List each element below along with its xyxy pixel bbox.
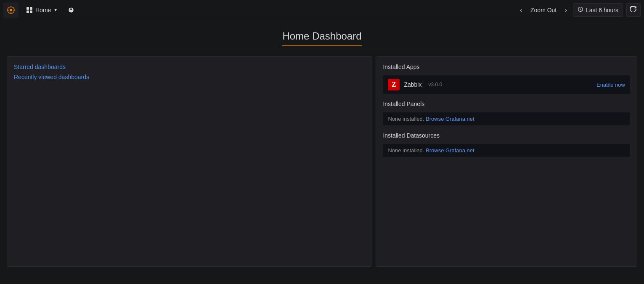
zoom-out-button[interactable]: Zoom Out bbox=[528, 5, 559, 15]
svg-rect-8 bbox=[30, 7, 32, 10]
chevron-left-icon: ‹ bbox=[520, 7, 522, 13]
svg-rect-9 bbox=[27, 11, 29, 13]
home-grid-icon bbox=[26, 7, 33, 13]
grafana-logo[interactable] bbox=[3, 3, 19, 18]
zabbix-name: Zabbix bbox=[404, 81, 421, 88]
refresh-icon bbox=[630, 6, 637, 14]
svg-rect-10 bbox=[30, 11, 32, 13]
enable-now-link[interactable]: Enable now bbox=[596, 82, 625, 88]
zabbix-app-info: Z Zabbix v3.0.0 bbox=[388, 79, 442, 90]
gear-icon bbox=[68, 6, 74, 14]
page-title-section: Home Dashboard bbox=[7, 30, 637, 46]
recently-viewed-link[interactable]: Recently viewed dashboards bbox=[14, 74, 365, 80]
zabbix-logo: Z bbox=[388, 79, 400, 90]
panels-none-row: None installed. Browse Grafana.net bbox=[383, 112, 630, 125]
installed-panels-title: Installed Panels bbox=[383, 101, 630, 107]
topnav-left: Home ▼ bbox=[3, 3, 79, 18]
installed-datasources-section: Installed Datasources None installed. Br… bbox=[383, 132, 630, 157]
datasources-none-text: None installed. bbox=[388, 147, 424, 154]
top-navigation: Home ▼ ‹ Zoom Out › bbox=[0, 0, 644, 20]
columns-container: Starred dashboards Recently viewed dashb… bbox=[7, 56, 637, 267]
installed-apps-title: Installed Apps bbox=[383, 64, 630, 70]
svg-point-2 bbox=[10, 9, 12, 11]
svg-rect-7 bbox=[27, 7, 29, 10]
page-title: Home Dashboard bbox=[282, 30, 361, 46]
clock-icon bbox=[578, 6, 583, 13]
chevron-right-icon: › bbox=[565, 7, 567, 13]
panels-browse-link[interactable]: Browse Grafana.net bbox=[426, 116, 474, 122]
home-label: Home bbox=[35, 7, 51, 13]
installed-datasources-title: Installed Datasources bbox=[383, 132, 630, 139]
settings-button[interactable] bbox=[64, 3, 79, 18]
home-menu-button[interactable]: Home ▼ bbox=[22, 3, 62, 18]
datasources-none-row: None installed. Browse Grafana.net bbox=[383, 144, 630, 157]
zoom-out-label: Zoom Out bbox=[530, 7, 557, 13]
refresh-button[interactable] bbox=[626, 3, 641, 17]
zoom-right-button[interactable]: › bbox=[562, 5, 570, 15]
installed-panels-section: Installed Panels None installed. Browse … bbox=[383, 101, 630, 125]
zoom-left-button[interactable]: ‹ bbox=[517, 5, 525, 15]
home-chevron-icon: ▼ bbox=[53, 8, 58, 12]
right-panel: Installed Apps Z Zabbix v3.0.0 Enable no… bbox=[376, 56, 637, 267]
topnav-right: ‹ Zoom Out › Last 6 hours bbox=[517, 3, 641, 17]
main-content: Home Dashboard Starred dashboards Recent… bbox=[0, 20, 644, 273]
left-panel: Starred dashboards Recently viewed dashb… bbox=[7, 56, 372, 267]
zabbix-version: v3.0.0 bbox=[428, 82, 442, 88]
starred-dashboards-link[interactable]: Starred dashboards bbox=[14, 64, 365, 70]
time-picker-button[interactable]: Last 6 hours bbox=[573, 3, 623, 17]
datasources-browse-link[interactable]: Browse Grafana.net bbox=[426, 147, 474, 154]
time-range-label: Last 6 hours bbox=[586, 7, 618, 13]
panels-none-text: None installed. bbox=[388, 116, 424, 122]
zabbix-app-item: Z Zabbix v3.0.0 Enable now bbox=[383, 75, 630, 94]
installed-apps-section: Installed Apps Z Zabbix v3.0.0 Enable no… bbox=[383, 64, 630, 94]
